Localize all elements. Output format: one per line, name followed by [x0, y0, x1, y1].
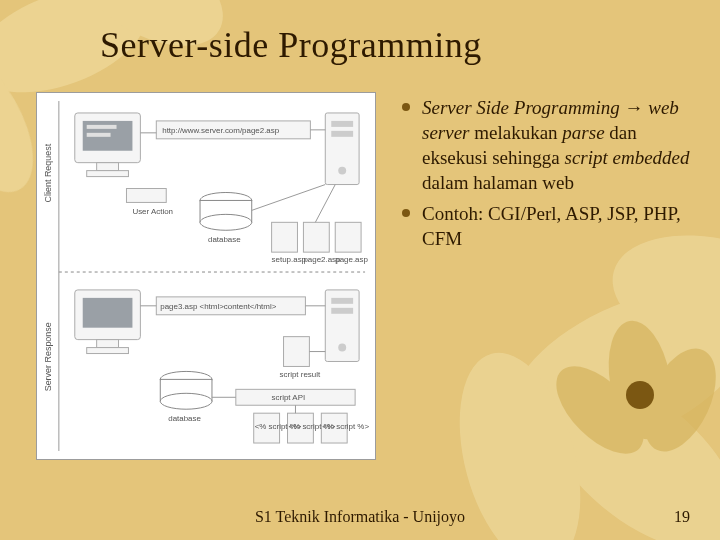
page3-text: page3.asp <html>content</html> [160, 302, 276, 311]
svg-rect-29 [272, 222, 298, 252]
svg-rect-38 [97, 340, 119, 348]
svg-text:<% script %>: <% script %> [322, 422, 369, 431]
svg-point-10 [626, 381, 654, 409]
file-icons-bottom: <% script %> <% script %> <% script %> [254, 413, 370, 443]
server-icon-2 [325, 290, 359, 362]
label-server-response: Server Response [43, 322, 53, 391]
url-text: http://www.server.com/page2.asp [162, 126, 279, 135]
label-user-action: User Action [132, 207, 173, 216]
svg-rect-39 [87, 348, 129, 354]
label-database-top: database [208, 235, 241, 244]
svg-line-35 [315, 185, 335, 223]
file-icons-top: setup.asp page2.asp page.asp [272, 222, 369, 264]
bullet-list: Server Side Programming → web server mel… [400, 95, 690, 257]
svg-text:setup.asp: setup.asp [272, 255, 307, 264]
svg-point-8 [630, 337, 720, 462]
database-icon-top [200, 192, 252, 230]
database-icon-bottom [160, 371, 212, 409]
svg-rect-16 [87, 133, 111, 137]
svg-point-49 [160, 393, 212, 409]
svg-point-23 [338, 167, 346, 175]
keyboard-icon [126, 189, 166, 203]
svg-rect-15 [87, 125, 117, 129]
bullet-2: Contoh: CGI/Perl, ASP, JSP, PHP, CFM [400, 201, 690, 251]
footer-text: S1 Teknik Informatika - Unijoyo [0, 508, 720, 526]
svg-rect-42 [331, 298, 353, 304]
client-monitor-icon-2 [75, 290, 141, 354]
diagram: Client Request Server Response User Acti… [36, 92, 376, 460]
script-result-icon [284, 337, 310, 367]
svg-rect-30 [303, 222, 329, 252]
svg-rect-18 [87, 171, 129, 177]
svg-point-27 [200, 214, 252, 230]
svg-rect-21 [331, 121, 353, 127]
server-icon [325, 113, 359, 185]
svg-rect-31 [335, 222, 361, 252]
svg-text:page.asp: page.asp [335, 255, 368, 264]
svg-point-44 [338, 344, 346, 352]
label-script-api: script API [272, 393, 306, 402]
svg-line-28 [252, 185, 326, 211]
client-monitor-icon [75, 113, 141, 177]
label-script-result: script result [280, 370, 321, 379]
label-client-request: Client Request [43, 143, 53, 202]
svg-rect-43 [331, 308, 353, 314]
svg-point-9 [541, 351, 658, 468]
svg-rect-37 [83, 298, 133, 328]
bullet-1: Server Side Programming → web server mel… [400, 95, 690, 195]
svg-point-3 [485, 256, 720, 484]
page-number: 19 [674, 508, 690, 526]
diagram-svg: Client Request Server Response User Acti… [37, 93, 375, 459]
slide: Server-side Programming Client Request S… [0, 0, 720, 540]
label-database-bottom: database [168, 414, 201, 423]
svg-rect-17 [97, 163, 119, 171]
svg-point-7 [600, 316, 680, 445]
svg-rect-22 [331, 131, 353, 137]
slide-title: Server-side Programming [100, 24, 680, 66]
